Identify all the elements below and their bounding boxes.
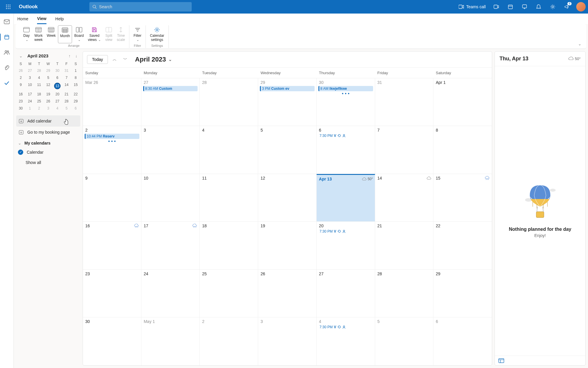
my-day-button[interactable] (504, 0, 517, 13)
mini-day[interactable]: 27 (53, 98, 62, 105)
whats-new-button[interactable]: 4 (560, 0, 573, 13)
mini-day[interactable]: 8 (71, 74, 80, 81)
mini-day[interactable]: 31 (62, 67, 71, 74)
mini-day[interactable]: 5 (62, 105, 71, 112)
day-cell[interactable]: 4 (200, 126, 258, 174)
mini-day[interactable]: 29 (71, 98, 80, 105)
my-calendars-header[interactable]: ⌄ My calendars (16, 138, 80, 147)
ribbon-work-week[interactable]: Work week (33, 25, 44, 43)
search-box[interactable] (89, 2, 192, 11)
day-cell[interactable]: 210:44 PM Reserv• • • (83, 126, 141, 174)
weather-icon[interactable] (134, 224, 139, 228)
calendar-event[interactable]: 3 PM Custom ev (260, 86, 315, 91)
mini-day[interactable]: 24 (25, 98, 34, 105)
mini-day[interactable]: 6 (71, 105, 80, 112)
weather-icon[interactable] (427, 176, 431, 180)
tips-button[interactable] (518, 0, 531, 13)
day-cell[interactable]: 29 (433, 270, 492, 317)
day-cell[interactable]: 8 (433, 126, 492, 174)
mini-day[interactable]: 26 (44, 98, 53, 105)
mini-day[interactable]: 13 (53, 81, 62, 91)
user-avatar[interactable] (576, 2, 586, 11)
day-cell[interactable]: 10 (141, 174, 200, 222)
day-cell[interactable]: May 1 (141, 317, 200, 365)
day-cell[interactable]: 18 (200, 222, 258, 269)
mini-day[interactable]: 20 (53, 91, 62, 98)
day-cell[interactable]: 67:30 PM V (317, 126, 375, 174)
cal-next[interactable]: ﹀ (121, 55, 129, 64)
day-cell[interactable]: Apr 1 (433, 78, 492, 126)
rail-calendar[interactable] (1, 32, 12, 42)
weather-badge[interactable]: 50° (362, 177, 373, 181)
mini-day[interactable]: 23 (16, 98, 25, 105)
ribbon-calendar-settings[interactable]: Calendar settings (148, 25, 166, 43)
day-cell[interactable]: 14 (375, 174, 434, 222)
rail-mail[interactable] (1, 16, 12, 27)
rail-people[interactable] (1, 47, 12, 58)
day-cell[interactable]: 23 (83, 270, 141, 317)
day-cell[interactable]: 278:30 AM Custom (141, 78, 200, 126)
mini-prev[interactable]: ↑ (67, 52, 72, 59)
day-cell[interactable]: 21 (375, 222, 434, 269)
day-cell[interactable]: 7 (375, 126, 434, 174)
tab-home[interactable]: Home (17, 14, 28, 24)
day-cell[interactable]: 15 (433, 174, 492, 222)
day-cell[interactable]: 24 (141, 270, 200, 317)
show-all-button[interactable]: Show all (16, 157, 80, 168)
ribbon-collapse[interactable]: ⌄ (576, 40, 583, 48)
mini-day[interactable]: 27 (25, 67, 34, 74)
mini-day[interactable]: 11 (34, 81, 44, 91)
calendar-event[interactable]: 10:44 PM Reserv (85, 134, 139, 139)
ribbon-month[interactable]: Month (58, 25, 72, 43)
mini-day[interactable]: 1 (25, 105, 34, 112)
calendar-item[interactable]: ✓ Calendar (16, 147, 80, 157)
day-cell[interactable]: 17 (141, 222, 200, 269)
mini-day[interactable]: 29 (44, 67, 53, 74)
day-cell[interactable]: 47:30 PM V (317, 317, 375, 365)
add-calendar-button[interactable]: Add calendar (16, 115, 80, 127)
ribbon-week[interactable]: Week (45, 25, 57, 43)
mini-day[interactable]: 22 (71, 91, 80, 98)
calendar-event[interactable]: 7:30 PM V (318, 324, 373, 330)
mini-day[interactable]: 5 (44, 74, 53, 81)
mini-day[interactable]: 26 (16, 67, 25, 74)
mini-day[interactable]: 4 (53, 105, 62, 112)
weather-icon[interactable] (485, 176, 490, 180)
day-cell[interactable]: 2 (200, 317, 258, 365)
day-cell[interactable]: 5 (258, 126, 317, 174)
booking-page-button[interactable]: Go to my booking page (16, 127, 80, 138)
ribbon-board[interactable]: Board⌄ (73, 25, 86, 43)
mini-day[interactable]: 6 (53, 74, 62, 81)
ribbon-saved-views[interactable]: Saved views ⌄ (86, 25, 103, 43)
day-cell[interactable]: 11 (200, 174, 258, 222)
mini-day[interactable]: 12 (44, 81, 53, 91)
day-cell[interactable]: 12 (258, 174, 317, 222)
more-events[interactable]: • • • (318, 91, 373, 96)
mini-day[interactable]: 28 (62, 98, 71, 105)
mini-day[interactable]: 14 (62, 81, 71, 91)
day-cell[interactable]: 3 (141, 126, 200, 174)
cal-prev[interactable]: ︿ (111, 55, 118, 64)
day-cell[interactable]: 28 (200, 78, 258, 126)
day-cell[interactable]: 27 (317, 270, 375, 317)
mini-day[interactable]: 2 (34, 105, 44, 112)
mini-day[interactable]: 9 (16, 81, 25, 91)
rail-files[interactable] (1, 62, 12, 73)
day-cell[interactable]: 5 (375, 317, 434, 365)
mini-day[interactable]: 10 (25, 81, 34, 91)
calendar-check-icon[interactable]: ✓ (18, 150, 23, 155)
calendar-title[interactable]: April 2023 ⌄ (135, 56, 172, 63)
mini-day[interactable]: 28 (34, 67, 44, 74)
mini-day[interactable]: 1 (71, 67, 80, 74)
calendar-event[interactable]: 8 AM lkwjeflkwe (318, 86, 373, 91)
mini-collapse[interactable]: ⌄ (18, 52, 24, 59)
mini-day[interactable]: 18 (34, 91, 44, 98)
day-cell[interactable]: 30 (83, 317, 141, 365)
weather-icon[interactable] (192, 224, 198, 228)
mini-day[interactable]: 30 (53, 67, 62, 74)
notifications-button[interactable] (532, 0, 545, 13)
mini-day[interactable]: 3 (25, 74, 34, 81)
search-input[interactable] (99, 4, 189, 9)
day-cell[interactable]: 308 AM lkwjeflkwe• • • (317, 78, 375, 126)
app-launcher[interactable] (2, 1, 14, 13)
